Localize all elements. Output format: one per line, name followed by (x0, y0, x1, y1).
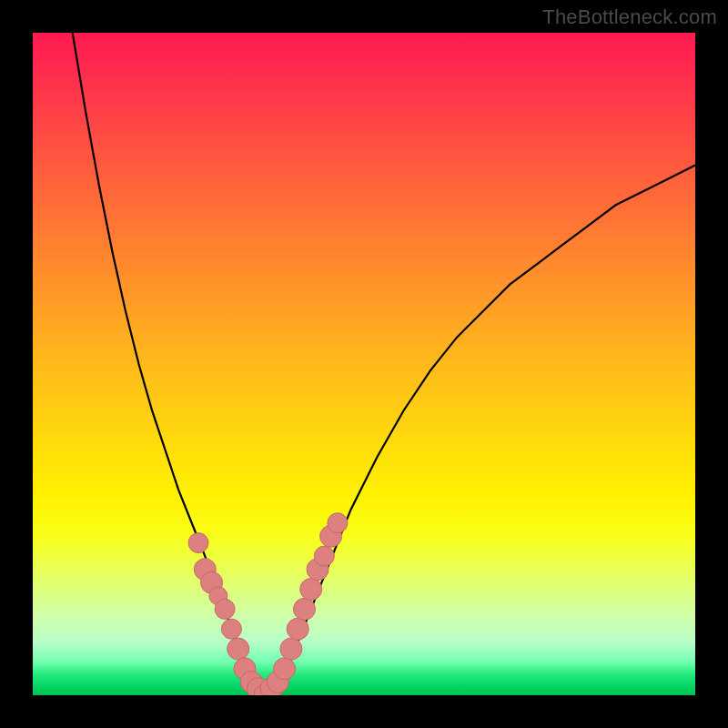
marker-point (307, 559, 329, 581)
marker-point (209, 587, 228, 605)
marker-point (240, 671, 262, 693)
marker-point (267, 671, 288, 693)
marker-point (320, 525, 342, 547)
marker-point (280, 638, 302, 660)
marker-point (274, 658, 296, 680)
chart-frame: TheBottleneck.com (0, 0, 728, 728)
marker-point (260, 678, 282, 695)
plot-area (33, 33, 695, 695)
marker-point (221, 619, 241, 639)
marker-point (293, 598, 315, 620)
marker-point (201, 571, 223, 593)
marker-point (254, 684, 276, 695)
marker-point (287, 618, 308, 640)
marker-point (228, 638, 249, 660)
marker-point (234, 658, 256, 680)
watermark-text: TheBottleneck.com (542, 5, 717, 29)
curve-overlay (33, 33, 695, 695)
marker-point (248, 678, 269, 695)
marker-point (188, 533, 208, 553)
bottleneck-curve (73, 33, 695, 695)
marker-point (328, 513, 348, 533)
marker-point (215, 599, 235, 619)
marker-point (300, 579, 322, 601)
marker-point (194, 559, 216, 581)
highlighted-points (188, 513, 348, 695)
marker-point (314, 546, 334, 566)
